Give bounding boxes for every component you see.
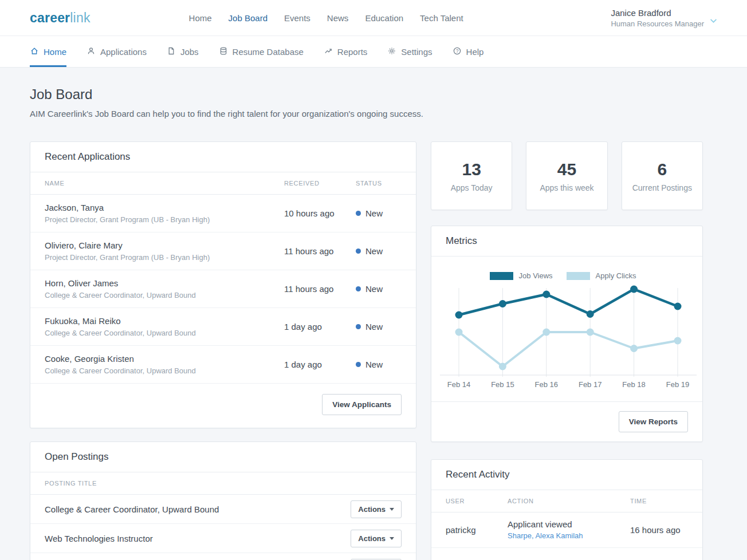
- activity-action: Applicant viewed: [508, 519, 630, 529]
- home-icon: [30, 46, 39, 57]
- activity-target-link[interactable]: Sharpe, Alexa Kamilah: [508, 531, 583, 540]
- top-nav-news[interactable]: News: [327, 13, 349, 23]
- open-postings-card: Open Postings POSTING TITLE College & Ca…: [30, 441, 416, 560]
- activity-time: 16 hours ago: [630, 525, 688, 535]
- stat-label: Current Postings: [632, 183, 692, 192]
- stat-value: 6: [657, 160, 667, 179]
- activity-table-header: USER ACTION TIME: [431, 490, 702, 512]
- svg-text:Feb 17: Feb 17: [579, 380, 601, 389]
- applications-table-header: NAME RECEIVED STATUS: [30, 172, 416, 195]
- activity-row-partial: [431, 548, 702, 560]
- user-name: Janice Bradford: [611, 8, 704, 18]
- received-value: 1 day ago: [284, 360, 356, 369]
- view-applicants-button[interactable]: View Applicants: [322, 394, 402, 415]
- brand-logo-light: link: [70, 10, 90, 25]
- column-header-user: USER: [446, 498, 508, 504]
- dashboard-nav-applications[interactable]: Applications: [87, 36, 147, 67]
- received-value: 11 hours ago: [284, 284, 356, 294]
- dashboard-nav-help[interactable]: ? Help: [453, 36, 484, 67]
- posting-row: College & Career Coordinator, Upward Bou…: [30, 495, 416, 524]
- recent-applications-card: Recent Applications NAME RECEIVED STATUS…: [30, 141, 416, 428]
- svg-text:Feb 14: Feb 14: [447, 380, 470, 389]
- status-dot: [356, 286, 361, 291]
- actions-dropdown-button[interactable]: Actions: [351, 530, 402, 547]
- posting-title: College & Career Coordinator, Upward Bou…: [45, 504, 351, 514]
- posting-title: Web Technologies Instructor: [45, 534, 351, 543]
- top-nav-tech-talent[interactable]: Tech Talent: [420, 13, 463, 23]
- application-row[interactable]: Horn, Oliver James College & Career Coor…: [30, 270, 416, 308]
- stats-row: 13 Apps Today 45 Apps this week 6 Curren…: [431, 141, 703, 210]
- status-label: New: [365, 360, 383, 369]
- top-header: careerlink Home Job Board Events News Ed…: [0, 0, 747, 36]
- app: careerlink Home Job Board Events News Ed…: [0, 0, 747, 560]
- status-label: New: [365, 284, 383, 294]
- gear-icon: [387, 46, 396, 57]
- activity-row: patrickg Applicant viewed Sharpe, Alexa …: [431, 512, 702, 548]
- status-label: New: [365, 322, 383, 332]
- application-row[interactable]: Oliviero, Claire Mary Project Director, …: [30, 232, 416, 270]
- applicant-name[interactable]: Jackson, Tanya: [45, 203, 284, 212]
- dashboard-nav-jobs[interactable]: Jobs: [167, 36, 199, 67]
- received-value: 1 day ago: [284, 322, 356, 332]
- brand-logo-bold: career: [30, 10, 70, 25]
- dashboard-nav-resume-database[interactable]: Resume Database: [219, 36, 304, 67]
- stat-value: 13: [462, 160, 481, 179]
- dashboard-nav-label: Home: [44, 47, 66, 57]
- help-circle-icon: ?: [453, 46, 462, 57]
- svg-text:Feb 18: Feb 18: [622, 380, 645, 389]
- application-row[interactable]: Fukuoka, Mai Reiko College & Career Coor…: [30, 308, 416, 346]
- top-nav-events[interactable]: Events: [284, 13, 310, 23]
- applicant-name[interactable]: Oliviero, Claire Mary: [45, 240, 284, 250]
- activity-user: patrickg: [446, 525, 508, 535]
- applicant-name[interactable]: Horn, Oliver James: [45, 278, 284, 288]
- dashboard-nav-label: Help: [466, 47, 484, 57]
- application-row[interactable]: Jackson, Tanya Project Director, Grant P…: [30, 195, 416, 232]
- svg-text:Feb 15: Feb 15: [491, 380, 514, 389]
- stat-card-apps-today: 13 Apps Today: [431, 141, 512, 210]
- status-dot: [356, 249, 361, 254]
- stat-value: 45: [557, 160, 576, 179]
- applicant-name[interactable]: Fukuoka, Mai Reiko: [45, 316, 284, 326]
- job-views-swatch: [490, 272, 513, 280]
- dashboard-grid: Recent Applications NAME RECEIVED STATUS…: [30, 141, 717, 560]
- status-badge: New: [356, 322, 402, 332]
- actions-label: Actions: [358, 505, 386, 514]
- column-header-time: TIME: [630, 498, 688, 504]
- applicant-position: College & Career Coordinator, Upward Bou…: [45, 366, 284, 375]
- file-icon: [167, 46, 176, 57]
- top-nav-job-board[interactable]: Job Board: [229, 13, 268, 23]
- stat-label: Apps Today: [451, 183, 493, 192]
- user-menu[interactable]: Janice Bradford Human Resources Manager: [611, 8, 717, 28]
- svg-text:Feb 19: Feb 19: [666, 380, 689, 389]
- apply-clicks-swatch: [567, 272, 590, 280]
- top-nav-education[interactable]: Education: [365, 13, 403, 23]
- page-title: Job Board: [30, 86, 717, 102]
- view-reports-button[interactable]: View Reports: [619, 411, 688, 432]
- chart-area: Feb 14Feb 15Feb 16Feb 17Feb 18Feb 19: [431, 283, 702, 393]
- dashboard-nav-settings[interactable]: Settings: [387, 36, 432, 67]
- metrics-line-chart: Feb 14Feb 15Feb 16Feb 17Feb 18Feb 19: [432, 283, 703, 391]
- person-icon: [87, 46, 96, 57]
- applicant-name[interactable]: Cooke, Georgia Kristen: [45, 354, 284, 364]
- recent-activity-title: Recent Activity: [431, 460, 702, 490]
- dashboard-nav-label: Jobs: [180, 47, 199, 57]
- recent-activity-card: Recent Activity USER ACTION TIME patrick…: [431, 459, 703, 560]
- top-nav: Home Job Board Events News Education Tec…: [189, 13, 463, 23]
- status-dot: [356, 211, 361, 216]
- page-subtitle: AIM Careerlink's Job Board can help you …: [30, 109, 717, 119]
- status-badge: New: [356, 246, 402, 256]
- svg-text:?: ?: [455, 48, 458, 53]
- brand-logo[interactable]: careerlink: [30, 10, 91, 26]
- user-text: Janice Bradford Human Resources Manager: [611, 8, 704, 28]
- actions-dropdown-button[interactable]: Actions: [351, 500, 402, 518]
- dashboard-nav-reports[interactable]: Reports: [324, 36, 368, 67]
- top-nav-home[interactable]: Home: [189, 13, 212, 23]
- dashboard-nav-home[interactable]: Home: [30, 36, 66, 67]
- right-column: 13 Apps Today 45 Apps this week 6 Curren…: [431, 141, 703, 560]
- received-value: 10 hours ago: [284, 208, 356, 218]
- application-row[interactable]: Cooke, Georgia Kristen College & Career …: [30, 346, 416, 384]
- applicant-position: College & Career Coordinator, Upward Bou…: [45, 329, 284, 337]
- database-icon: [219, 46, 228, 57]
- left-column: Recent Applications NAME RECEIVED STATUS…: [30, 141, 416, 560]
- status-label: New: [365, 246, 383, 256]
